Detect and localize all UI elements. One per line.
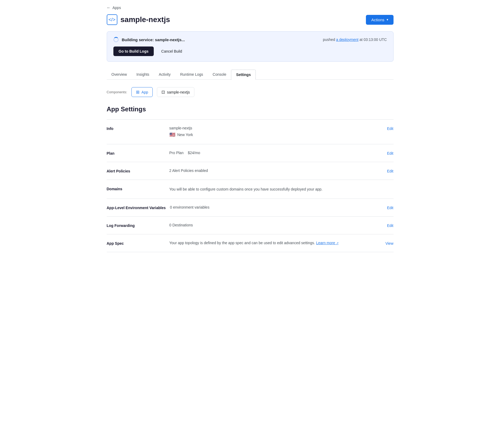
back-arrow-icon: ← [107, 5, 111, 10]
plan-price: $24/mo [188, 151, 200, 155]
plan-group: Pro Plan $24/mo [169, 151, 383, 155]
app-spec-content: Your app topology is defined by the app … [169, 241, 381, 245]
plan-edit-button[interactable]: Edit [387, 151, 393, 155]
component-app-button[interactable]: ⊞ App [131, 87, 153, 97]
app-spec-text: Your app topology is defined by the app … [169, 241, 315, 245]
deployment-link[interactable]: a deployment [336, 37, 358, 42]
settings-row-alert-policies: Alert Policies 2 Alert Policies enabled … [107, 162, 394, 180]
tabs-bar: Overview Insights Activity Runtime Logs … [107, 70, 394, 80]
settings-row-env-vars: App-Level Environment Variables 0 enviro… [107, 198, 394, 216]
go-to-build-logs-button[interactable]: Go to Build Logs [113, 47, 154, 56]
tab-console[interactable]: Console [208, 70, 231, 80]
env-vars-content: 0 environment variables [170, 205, 383, 209]
tab-runtime-logs[interactable]: Runtime Logs [175, 70, 208, 80]
region-name: New York [177, 133, 193, 137]
info-edit-button[interactable]: Edit [387, 126, 393, 131]
alert-policies-edit-button[interactable]: Edit [387, 168, 393, 173]
back-label: Apps [113, 6, 121, 10]
info-content: sample-nextjs 🇺🇸 New York [169, 126, 383, 138]
external-link-icon: ↗ [336, 242, 339, 245]
page-header: </> sample-nextjs Actions ▾ [107, 14, 394, 25]
actions-label: Actions [371, 18, 384, 22]
component-selector: Components: ⊞ App ⊡ sample-nextjs [107, 87, 394, 97]
alert-policies-value: 2 Alert Policies enabled [169, 168, 208, 173]
settings-row-domains: Domains You will be able to configure cu… [107, 180, 394, 198]
tab-insights[interactable]: Insights [132, 70, 154, 80]
settings-row-log-forwarding: Log Forwarding 0 Destinations Edit [107, 216, 394, 234]
env-vars-value: 0 environment variables [170, 205, 210, 209]
alert-policies-label: Alert Policies [107, 168, 165, 173]
build-actions: Go to Build Logs Cancel Build [113, 47, 387, 56]
build-notice: Building service: sample-nextjs... pushe… [107, 31, 394, 62]
chevron-down-icon: ▾ [387, 18, 388, 22]
app-component-icon: ⊞ [136, 90, 139, 95]
component-sample-nextjs-button[interactable]: ⊡ sample-nextjs [157, 87, 194, 97]
learn-more-link[interactable]: Learn more ↗ [316, 241, 338, 245]
env-vars-label: App-Level Environment Variables [107, 205, 166, 210]
components-label: Components: [107, 90, 127, 94]
build-notice-top: Building service: sample-nextjs... pushe… [113, 37, 387, 42]
env-vars-edit-button[interactable]: Edit [387, 205, 393, 210]
plan-label: Plan [107, 151, 165, 155]
settings-row-info: Info sample-nextjs 🇺🇸 New York Edit [107, 119, 394, 144]
page-title: sample-nextjs [121, 15, 170, 24]
title-group: </> sample-nextjs [107, 14, 170, 25]
plan-content: Pro Plan $24/mo [169, 151, 383, 155]
domains-label: Domains [107, 186, 165, 191]
section-title: App Settings [107, 105, 394, 113]
settings-row-app-spec: App Spec Your app topology is defined by… [107, 234, 394, 252]
domains-text: You will be able to configure custom dom… [169, 186, 394, 192]
log-forwarding-value: 0 Destinations [169, 223, 193, 227]
app-icon: </> [107, 14, 117, 25]
log-forwarding-content: 0 Destinations [169, 223, 383, 227]
sample-component-label: sample-nextjs [167, 90, 190, 94]
app-spec-label: App Spec [107, 241, 165, 246]
back-link[interactable]: ← Apps [107, 5, 394, 10]
pushed-text: pushed a deployment at 03:13:00 UTC [323, 37, 387, 42]
tab-overview[interactable]: Overview [107, 70, 132, 80]
building-text: Building service: sample-nextjs... [122, 37, 185, 42]
app-component-label: App [142, 90, 148, 94]
sample-component-icon: ⊡ [161, 90, 165, 95]
actions-button[interactable]: Actions ▾ [366, 15, 393, 25]
log-forwarding-label: Log Forwarding [107, 223, 165, 228]
plan-name: Pro Plan [169, 151, 184, 155]
domains-content: You will be able to configure custom dom… [169, 186, 394, 192]
settings-row-plan: Plan Pro Plan $24/mo Edit [107, 144, 394, 162]
cancel-build-button[interactable]: Cancel Build [157, 47, 186, 56]
tab-settings[interactable]: Settings [231, 70, 256, 80]
tab-activity[interactable]: Activity [154, 70, 175, 80]
loading-spinner [113, 37, 119, 42]
info-label: Info [107, 126, 165, 131]
info-region: 🇺🇸 New York [169, 132, 383, 138]
us-flag-icon: 🇺🇸 [169, 132, 175, 138]
app-spec-view-button[interactable]: View [385, 241, 393, 246]
log-forwarding-edit-button[interactable]: Edit [387, 223, 393, 228]
info-app-name: sample-nextjs [169, 126, 383, 130]
alert-policies-content: 2 Alert Policies enabled [169, 168, 383, 173]
